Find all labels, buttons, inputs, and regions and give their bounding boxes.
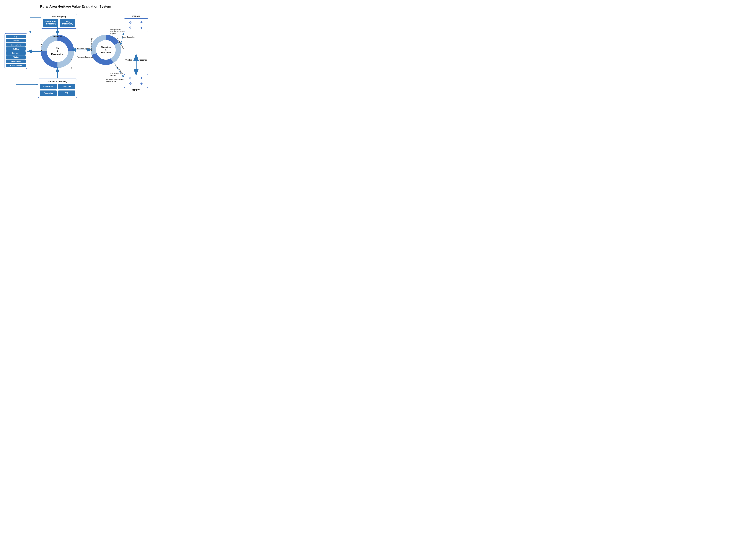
page-title: Rural Area Heritage Value Evaluation Sys… xyxy=(0,0,151,12)
plane-icon-8: ✈ xyxy=(137,81,147,86)
plane-icon-2: ✈ xyxy=(137,20,147,25)
plane-icon-6: ✈ xyxy=(137,76,147,81)
semantic-entrance: Entrance xyxy=(6,51,26,55)
cv-label-street: Street View xyxy=(53,36,62,38)
cv-circle-center: CV & Parametric xyxy=(47,41,68,62)
data-sampling-box: Data Sampling Standardized Photography T… xyxy=(41,13,77,29)
plane-icon-1: ✈ xyxy=(126,20,136,25)
semantic-building: Building xyxy=(6,47,26,51)
semantic-greenplants: Green plants xyxy=(6,43,26,46)
plane-icon-5: ✈ xyxy=(126,76,136,81)
semantic-transportation: Transportation xyxy=(6,64,26,67)
stim-consciousness-label: Stimulation consciousness Area of the br… xyxy=(106,79,124,83)
data-sampling-title: Data Sampling xyxy=(43,15,75,18)
simulation-evaluation-circle: Simulation & Evaluation xyxy=(91,35,121,65)
erp-vr-box: ERP-VR ✈ ✈ ✈ ✈ xyxy=(124,15,148,32)
semantic-ground: Ground xyxy=(6,39,26,42)
semantic-window: Window xyxy=(6,55,26,59)
cv-label-3d: 3D model & VR xyxy=(70,59,72,69)
parametric-modeling-title: Parametric Modeling xyxy=(40,80,75,83)
brain-potentials-label: Brain potentials Respond to relevant cog… xyxy=(110,29,125,35)
svg-line-4 xyxy=(121,33,124,44)
standardized-photography-btn[interactable]: Standardized Photography xyxy=(43,19,58,27)
erp-plane-grid: ✈ ✈ ✈ ✈ xyxy=(124,18,148,32)
3d-model-btn[interactable]: 3D model xyxy=(58,84,75,89)
tilting-photography-btn[interactable]: Tilting photography xyxy=(60,19,75,27)
cv-label-semantic: Semantic Recognize xyxy=(41,38,42,51)
plane-icon-4: ✈ xyxy=(137,26,147,30)
cerebral-neural-label: Cerebral Neural Response xyxy=(124,59,148,61)
semantic-sky: Sky xyxy=(6,35,26,38)
sim-label-neuro: Neuroscience Certify xyxy=(91,38,93,51)
parameters-btn[interactable]: Parameters xyxy=(40,84,57,89)
fmri-plane-grid: ✈ ✈ ✈ ✈ xyxy=(124,74,148,88)
parametric-modeling-box: Parametric Modeling Parameters 3D model … xyxy=(38,79,77,98)
plane-icon-3: ✈ xyxy=(126,26,136,30)
semantic-pedestrians: Pedestrians xyxy=(6,60,26,63)
fmri-vr-label: FMRI-VR xyxy=(124,89,148,91)
vr-btn[interactable]: VR xyxy=(58,90,75,96)
plane-icon-7: ✈ xyxy=(126,81,136,86)
erp-vr-label: ERP-VR xyxy=(124,15,148,17)
sim-circle-center: Simulation & Evaluation xyxy=(96,40,116,60)
rendering-btn[interactable]: Rendering xyxy=(40,90,57,96)
cv-parametric-circle: Street View CV & Parametric xyxy=(41,35,74,68)
semantic-list-box: Sky Ground Green plants Building Entranc… xyxy=(5,33,27,69)
space-comparison-label: Space Comparison xyxy=(122,36,135,38)
fmri-vr-box: ✈ ✈ ✈ ✈ FMRI-VR xyxy=(124,74,148,91)
stim-signal-label: Stimulation signal feedback xyxy=(110,72,127,76)
